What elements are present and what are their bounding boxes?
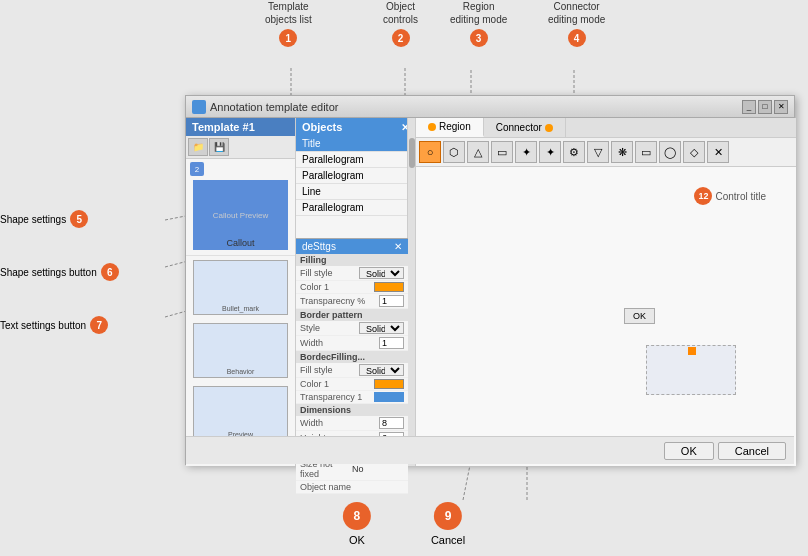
preview-box: Preview [193,386,288,441]
width2-row: Width [296,416,408,431]
objects-scroll-thumb[interactable] [409,138,415,168]
behavior-preview: Behavior [193,323,288,378]
annotation-7-badge: 7 [90,316,108,334]
fill-style2-select[interactable]: Solid [359,364,404,376]
dialog-window-controls[interactable]: _ □ ✕ [742,100,788,114]
toolbar-folder-icon[interactable]: 📁 [188,138,208,156]
left-annotations: Shape settings 5 Shape settings button 6… [0,210,119,334]
shape-diamond-btn[interactable]: ◇ [683,141,705,163]
minimize-button[interactable]: _ [742,100,756,114]
canvas-ok-button[interactable]: OK [624,308,655,324]
filling-section: Filling [296,254,408,266]
shape-triangle-btn[interactable]: △ [467,141,489,163]
behavior-label: Behavior [227,368,255,375]
transparency2-bar [374,392,404,402]
template-toolbar[interactable]: 📁 💾 [186,136,295,159]
dialog-titlebar: Annotation template editor _ □ ✕ [186,96,794,118]
object-item-parallelogram2[interactable]: Parallelogram [296,168,415,184]
dialog-cancel-button[interactable]: Cancel [718,442,786,460]
bottom-cancel-label: Cancel [431,534,465,546]
tab-region[interactable]: Region [416,118,484,137]
shape-cross-btn[interactable]: ✕ [707,141,729,163]
object-item-parallelogram3[interactable]: Parallelogram [296,200,415,216]
color2-swatch[interactable] [374,379,404,389]
maximize-button[interactable]: □ [758,100,772,114]
transparency-label: Transparecny % [300,296,379,306]
objects-header: Objects ✕ [296,118,415,136]
svg-line-8 [463,465,470,500]
width2-input[interactable] [379,417,404,429]
border-width-input[interactable] [379,337,404,349]
bulletmark-label: Bullet_mark [222,305,259,312]
dialog-ok-button[interactable]: OK [664,442,714,460]
template-left-panel: Template #1 📁 💾 2 Callout Preview Callou… [186,118,296,466]
callout-text: Callout [226,238,254,248]
annotation-1: Template objects list 1 [265,0,312,47]
border-style-select[interactable]: Solid [359,322,404,334]
canvas-area: 12 Control title OK [416,167,796,455]
annotation-8-badge: 8 [343,502,371,530]
transparency-row: Transparecny % [296,294,408,309]
shape-gear-btn[interactable]: ⚙ [563,141,585,163]
object-name-row: Object name [296,481,408,494]
fill-style2-label: Fill style [300,365,359,375]
shape-ellipse-btn[interactable]: ◯ [659,141,681,163]
annotation-12-badge: 12 [694,187,712,205]
tab-connector[interactable]: Connector [484,118,566,137]
bulletmark-preview: Bullet_mark [193,260,288,315]
shape-toolbar: ○ ⬡ △ ▭ ✦ ✦ ⚙ ▽ ❋ ▭ ◯ ◇ ✕ [416,138,796,167]
item-num-2: 2 [190,162,204,176]
object-name-label: Object name [300,482,404,492]
control-title-group: 12 Control title [694,187,766,205]
connector-tab-dot [545,124,553,132]
shape-settings-label-group: Shape settings 5 [0,210,119,228]
shape-star6-btn[interactable]: ✦ [539,141,561,163]
transparency-input[interactable] [379,295,404,307]
toolbar-save-icon[interactable]: 💾 [209,138,229,156]
shape-rect-btn[interactable]: ▭ [491,141,513,163]
color1-row: Color 1 [296,281,408,294]
sidebar-item-behavior[interactable]: Behavior [186,319,295,382]
shape-flower-btn[interactable]: ❋ [611,141,633,163]
text-settings-button-label-group: Text settings button 7 [0,316,119,334]
annotation-area: Template objects list 1 Object controls … [0,0,808,100]
settings-close-icon[interactable]: ✕ [394,241,402,252]
right-tabs: Region Connector [416,118,796,138]
annotation-5-badge: 5 [70,210,88,228]
shape-settings-label: Shape settings [0,214,66,225]
bottom-button-group: 8 OK 9 Cancel [343,502,465,546]
shape-star4-btn[interactable]: ✦ [515,141,537,163]
object-item-title[interactable]: Title [296,136,415,152]
close-button[interactable]: ✕ [774,100,788,114]
border-style-row: Style Solid [296,321,408,336]
settings-title: deSttgs [302,241,336,252]
annotation-4: Connector editing mode 4 [548,0,605,47]
region-tab-dot [428,123,436,131]
shape-roundrect-btn[interactable]: ▭ [635,141,657,163]
template-item-callout[interactable]: 2 Callout Preview Callout [186,159,295,256]
color1-swatch[interactable] [374,282,404,292]
shape-shield-btn[interactable]: ▽ [587,141,609,163]
shape-circle-btn[interactable]: ○ [419,141,441,163]
fill-style2-row: Fill style Solid [296,363,408,378]
fill-style-row: Fill style Solid [296,266,408,281]
size-not-fixed-value: No [352,464,404,474]
control-title-text: Control title [715,191,766,202]
color2-label: Color 1 [300,379,374,389]
region-tab-label: Region [439,121,471,132]
dialog-title-area: Annotation template editor [192,100,338,114]
annotation-6-badge: 6 [101,263,119,281]
object-item-parallelogram1[interactable]: Parallelogram [296,152,415,168]
object-item-line[interactable]: Line [296,184,415,200]
border-style-label: Style [300,323,359,333]
dialog-window: Annotation template editor _ □ ✕ Templat… [185,95,795,465]
border-width-row: Width [296,336,408,351]
shape-hexagon-btn[interactable]: ⬡ [443,141,465,163]
color2-row: Color 1 [296,378,408,391]
sidebar-item-bulletmark[interactable]: Bullet_mark [186,256,295,319]
annotation-9-badge: 9 [434,502,462,530]
objects-scrollbar[interactable] [407,118,415,466]
fill-style-select[interactable]: Solid [359,267,404,279]
width2-label: Width [300,418,379,428]
callout-preview: Callout Preview Callout [193,180,288,250]
